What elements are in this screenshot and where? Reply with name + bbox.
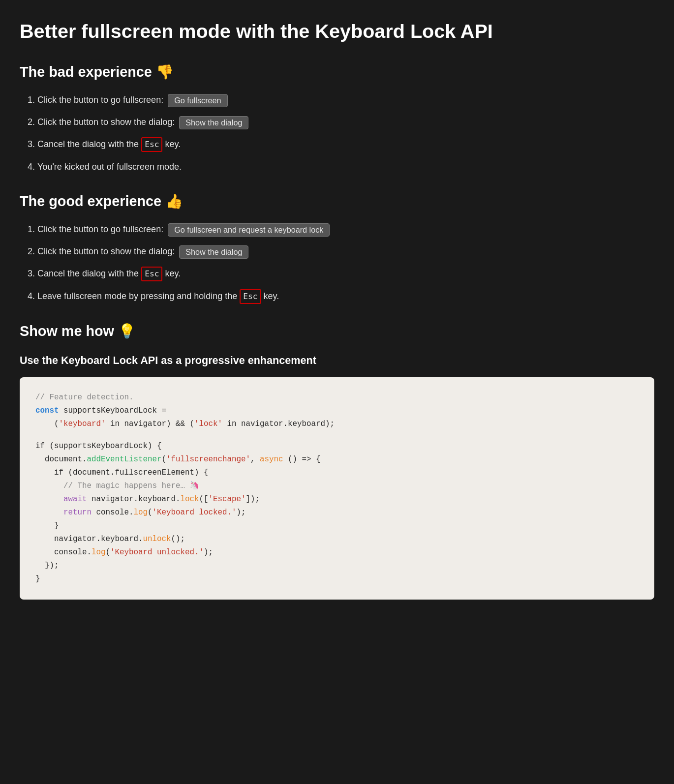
show-dialog-button-good[interactable]: Show the dialog: [179, 245, 248, 259]
code-line-3: ('keyboard' in navigator) && ('lock' in …: [35, 418, 639, 431]
code-line-7: if (document.fullscreenElement) {: [35, 466, 639, 480]
show-dialog-button-bad[interactable]: Show the dialog: [179, 116, 248, 129]
bad-step-1-text: Click the button to go fullscreen:: [37, 95, 163, 105]
code-line-10: return console.log('Keyboard locked.');: [35, 506, 639, 519]
bad-step-4-text: You're kicked out of fullscreen mode.: [37, 162, 182, 172]
page-title: Better fullscreen mode with the Keyboard…: [20, 16, 654, 47]
show-me-how-section: Show me how 💡 Use the Keyboard Lock API …: [20, 320, 654, 600]
bad-step-3-text-after: key.: [162, 139, 181, 149]
code-line-13: console.log('Keyboard unlocked.');: [35, 546, 639, 559]
code-line-9: await navigator.keyboard.lock(['Escape']…: [35, 493, 639, 506]
good-experience-section: The good experience 👍 Click the button t…: [20, 190, 654, 304]
bad-step-2: Click the button to show the dialog: Sho…: [37, 115, 654, 129]
good-experience-list: Click the button to go fullscreen: Go fu…: [20, 222, 654, 304]
go-fullscreen-button-bad[interactable]: Go fullscreen: [168, 94, 227, 107]
good-step-3: Cancel the dialog with the Esc key.: [37, 267, 654, 281]
code-line-8: // The magic happens here… 🦄: [35, 480, 639, 493]
good-step-1-text: Click the button to go fullscreen:: [37, 224, 163, 234]
code-line-1: // Feature detection.: [35, 391, 639, 404]
code-line-2: const supportsKeyboardLock =: [35, 404, 639, 418]
good-step-2-text: Click the button to show the dialog:: [37, 246, 175, 256]
go-fullscreen-lock-button[interactable]: Go fullscreen and request a keyboard loc…: [168, 223, 330, 237]
code-block: // Feature detection. const supportsKeyb…: [20, 377, 654, 600]
good-step-4: Leave fullscreen mode by pressing and ho…: [37, 289, 654, 304]
code-line-11: }: [35, 519, 639, 533]
good-step-4-text-after: key.: [261, 291, 279, 301]
code-line-6: document.addEventListener('fullscreencha…: [35, 453, 639, 466]
bad-experience-heading: The bad experience 👎: [20, 60, 654, 83]
code-line-5: if (supportsKeyboardLock) {: [35, 440, 639, 453]
bad-step-4: You're kicked out of fullscreen mode.: [37, 160, 654, 174]
code-line-15: }: [35, 573, 639, 586]
esc-key-good-step4: Esc: [240, 289, 261, 304]
good-step-3-text-after: key.: [162, 269, 181, 278]
code-blank-1: [35, 430, 639, 440]
esc-key-bad-step3: Esc: [141, 137, 162, 152]
show-me-how-heading: Show me how 💡: [20, 320, 654, 342]
bad-step-3: Cancel the dialog with the Esc key.: [37, 137, 654, 152]
good-step-1: Click the button to go fullscreen: Go fu…: [37, 222, 654, 237]
good-step-4-text-before: Leave fullscreen mode by pressing and ho…: [37, 291, 240, 301]
bad-step-1: Click the button to go fullscreen: Go fu…: [37, 93, 654, 107]
code-line-14: });: [35, 559, 639, 573]
bad-step-2-text: Click the button to show the dialog:: [37, 117, 175, 127]
bad-step-3-text-before: Cancel the dialog with the: [37, 139, 141, 149]
good-step-2: Click the button to show the dialog: Sho…: [37, 244, 654, 259]
code-line-12: navigator.keyboard.unlock();: [35, 533, 639, 546]
bad-experience-list: Click the button to go fullscreen: Go fu…: [20, 93, 654, 174]
esc-key-good-step3: Esc: [141, 267, 162, 281]
good-step-3-text-before: Cancel the dialog with the: [37, 269, 141, 278]
progressive-enhancement-subheading: Use the Keyboard Lock API as a progressi…: [20, 352, 654, 369]
good-experience-heading: The good experience 👍: [20, 190, 654, 212]
bad-experience-section: The bad experience 👎 Click the button to…: [20, 60, 654, 174]
